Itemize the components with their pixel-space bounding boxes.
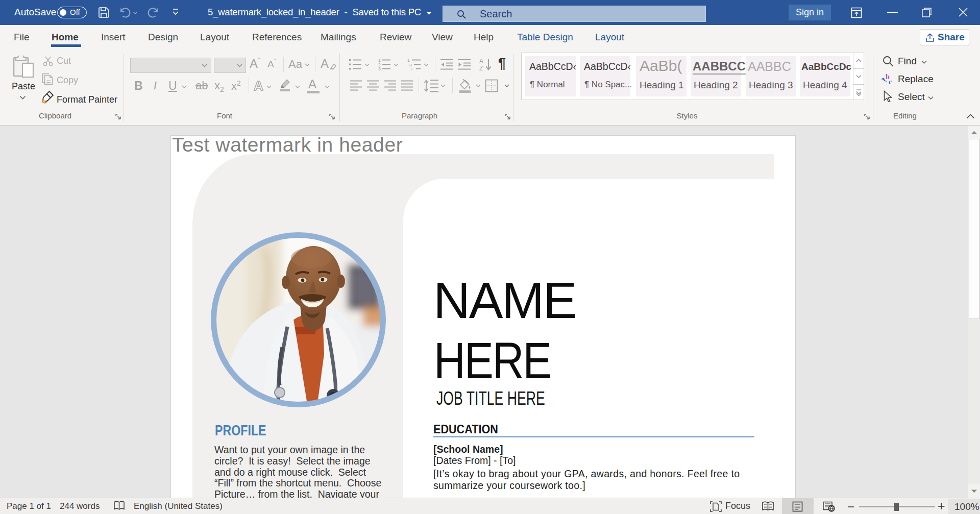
svg-text:Z: Z — [479, 65, 483, 71]
svg-text:3: 3 — [378, 66, 381, 70]
svg-text:c: c — [889, 78, 892, 85]
svg-text:i: i — [411, 66, 412, 70]
svg-text:A: A — [479, 58, 483, 65]
